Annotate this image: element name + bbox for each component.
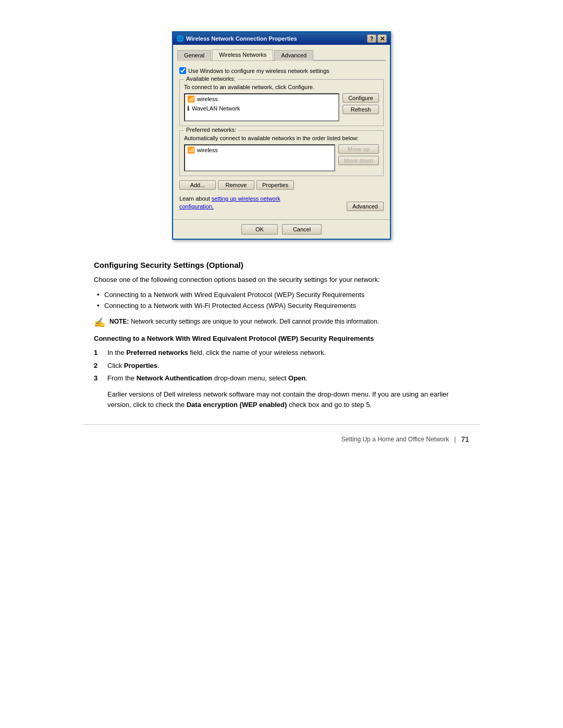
note-label: NOTE: [109,318,129,325]
titlebar-buttons: ? ✕ [367,34,387,43]
ok-button[interactable]: OK [241,224,278,235]
page-footer: Setting Up a Home and Office Network | 7… [83,424,480,449]
step-num: 1 [94,348,102,359]
list-item: 2 Click Properties. [94,361,469,372]
bullet-list: Connecting to a Network with Wired Equiv… [94,290,469,312]
sub-heading: Connecting to a Network With Wired Equiv… [94,335,469,342]
note-box: ✍ NOTE: Network security settings are un… [94,318,469,327]
list-item: Connecting to a Network with Wi-Fi Prote… [104,301,469,312]
configure-checkbox-row: Use Windows to configure my wireless net… [179,67,384,74]
numbered-steps: 1 In the Preferred networks field, click… [94,348,469,384]
remove-button[interactable]: Remove [218,180,254,190]
learn-text: Learn about [179,195,210,202]
available-networks-title: Available networks: [184,76,238,82]
available-network-buttons: Configure Refresh [342,93,379,114]
section-heading: Configuring Security Settings (Optional) [94,261,469,269]
learn-link-text: Learn about setting up wireless network … [179,195,304,211]
move-down-button[interactable]: Move down [338,156,379,165]
available-networks-desc: To connect to an available network, clic… [184,84,379,90]
wireless-networks-tab-content: Use Windows to configure my wireless net… [177,65,386,215]
preferred-networks-group: Preferred networks: Automatically connec… [179,130,384,176]
list-item: 1 In the Preferred networks field, click… [94,348,469,359]
properties-button[interactable]: Properties [256,180,294,190]
document-content: Configuring Security Settings (Optional)… [83,261,480,414]
dialog-title: Wireless Network Connection Properties [186,35,297,42]
step-num: 2 [94,361,102,372]
help-button[interactable]: ? [367,34,376,43]
dialog-wrapper: 🌐 Wireless Network Connection Properties… [172,31,391,240]
cancel-button[interactable]: Cancel [282,224,322,235]
available-networks-list[interactable]: 📶 wireless ℹ WaveLAN Network [184,93,339,121]
network-name-wavelan: WaveLAN Network [192,105,240,112]
intro-text: Choose one of the following connection o… [94,275,469,285]
footer-label: Setting Up a Home and Office Network [341,436,449,443]
configure-button[interactable]: Configure [342,93,379,103]
tab-wireless-networks[interactable]: Wireless Networks [212,50,273,60]
refresh-button[interactable]: Refresh [342,105,379,114]
add-button[interactable]: Add... [179,180,216,190]
network-name-wireless: wireless [197,96,218,102]
tab-bar: General Wireless Networks Advanced [177,49,386,61]
list-item: 3 From the Network Authentication drop-d… [94,373,469,384]
footer-text: Setting Up a Home and Office Network | 7… [341,435,469,443]
available-networks-row: 📶 wireless ℹ WaveLAN Network Configure [184,93,379,121]
preferred-network-wireless: wireless [197,147,218,153]
step-num: 3 [94,373,102,384]
preferred-network-buttons: Move up Move down [338,144,379,165]
step-text: From the Network Authentication drop-dow… [107,373,308,384]
page-number: 71 [461,435,469,443]
preferred-networks-desc: Automatically connect to available netwo… [184,135,379,141]
advanced-button[interactable]: Advanced [347,202,384,211]
configure-checkbox-label: Use Windows to configure my wireless net… [188,68,329,74]
step-text: Click Properties. [107,361,160,372]
info-icon: ℹ [187,105,190,112]
preferred-networks-row: 📶 wireless Move up Move down [184,144,379,171]
bottom-buttons-row: Add... Remove Properties [179,180,384,190]
close-button[interactable]: ✕ [377,34,387,43]
list-item[interactable]: 📶 wireless [185,94,338,104]
step-text: In the Preferred networks field, click t… [107,348,326,359]
step-extra-text: Earlier versions of Dell wireless networ… [107,389,469,410]
dialog-titlebar: 🌐 Wireless Network Connection Properties… [173,32,390,45]
wireless-network-dialog: 🌐 Wireless Network Connection Properties… [172,31,391,240]
configure-checkbox[interactable] [179,67,186,74]
footer-row: Learn about setting up wireless network … [179,195,384,211]
wifi-icon: 📶 [187,95,195,103]
list-item[interactable]: ℹ WaveLAN Network [185,104,338,113]
preferred-networks-title: Preferred networks: [184,127,238,133]
footer-separator: | [454,436,456,443]
note-text: NOTE: Network security settings are uniq… [109,318,379,325]
move-up-button[interactable]: Move up [338,144,379,154]
dialog-footer: OK Cancel [173,219,390,239]
wifi-icon: 📶 [187,146,195,154]
note-icon: ✍ [94,318,105,327]
dialog-body: General Wireless Networks Advanced Use W… [173,45,390,219]
titlebar-left: 🌐 Wireless Network Connection Properties [176,35,297,42]
list-item: Connecting to a Network with Wired Equiv… [104,290,469,301]
list-item[interactable]: 📶 wireless [185,145,334,155]
note-body: Network security settings are unique to … [131,318,379,325]
tab-advanced[interactable]: Advanced [274,50,313,61]
network-icon: 🌐 [176,35,184,42]
tab-general[interactable]: General [177,50,211,61]
preferred-networks-list[interactable]: 📶 wireless [184,144,335,171]
available-networks-group: Available networks: To connect to an ava… [179,79,384,126]
